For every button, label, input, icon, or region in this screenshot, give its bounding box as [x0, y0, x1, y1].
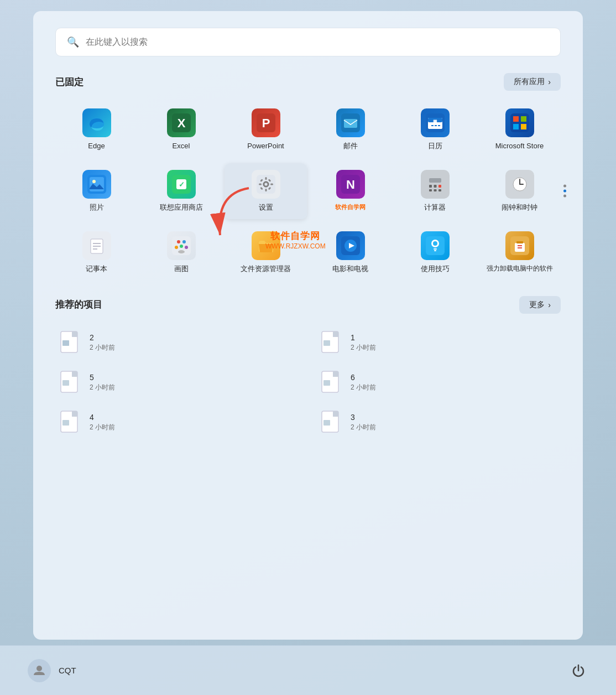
app-uninstall[interactable]: 强力卸载电脑中的软件	[478, 225, 561, 281]
recommended-header: 推荐的项目 更多 ›	[55, 296, 561, 314]
svg-rect-17	[513, 124, 519, 129]
svg-rect-6	[344, 119, 357, 128]
svg-rect-91	[62, 420, 69, 426]
mail-icon	[336, 108, 365, 137]
rec-item-4[interactable]: 4 2 小时前	[55, 404, 300, 441]
excel-label: Excel	[173, 142, 190, 151]
app-excel[interactable]: X Excel	[140, 102, 222, 158]
app-calc[interactable]: 计算器	[394, 163, 476, 219]
onenote-icon: N	[336, 170, 365, 199]
user-avatar	[28, 659, 51, 682]
rec-item-3[interactable]: 3 2 小时前	[316, 404, 561, 441]
pinned-grid: Edge X Excel P PowerPoint 邮件 ▦ 日历	[55, 102, 561, 281]
uninstall-label: 强力卸载电脑中的软件	[487, 264, 553, 273]
svg-rect-77	[72, 331, 77, 337]
svg-text:▦: ▦	[433, 119, 437, 124]
notepad-icon	[82, 231, 111, 260]
svg-rect-42	[438, 185, 441, 188]
lenovo-label: 联想应用商店	[160, 203, 203, 212]
svg-rect-82	[323, 340, 330, 346]
svg-point-96	[36, 666, 42, 671]
lenovo-icon: ✓	[167, 170, 196, 199]
pinned-title: 已固定	[55, 76, 83, 89]
tips-icon	[421, 231, 450, 260]
svg-rect-85	[62, 380, 69, 386]
powerpoint-label: PowerPoint	[247, 142, 284, 151]
uninstall-icon	[505, 231, 534, 260]
rec-item-2[interactable]: 2 2 小时前	[55, 325, 300, 361]
svg-rect-87	[333, 371, 338, 377]
user-name: CQT	[59, 666, 76, 675]
app-settings[interactable]: 设置	[225, 163, 307, 219]
svg-rect-93	[333, 411, 338, 417]
app-movies[interactable]: 电影和电视	[309, 225, 391, 281]
settings-label: 设置	[259, 203, 273, 212]
svg-point-56	[177, 240, 180, 243]
svg-point-68	[433, 241, 437, 246]
search-bar[interactable]: 🔍	[55, 28, 561, 56]
rec-item-1[interactable]: 1 2 小时前	[316, 325, 561, 361]
svg-rect-88	[323, 380, 330, 386]
svg-rect-30	[259, 183, 262, 185]
app-powerpoint[interactable]: P PowerPoint	[225, 102, 307, 158]
rec-info-1: 1 2 小时前	[351, 333, 376, 352]
svg-rect-73	[516, 241, 523, 243]
app-calendar[interactable]: ▦ 日历	[394, 102, 476, 158]
svg-rect-84	[72, 371, 77, 377]
rec-file-icon-3	[321, 410, 343, 435]
svg-rect-29	[265, 189, 267, 191]
notepad-label: 记事本	[86, 264, 107, 274]
app-paint[interactable]: 画图	[140, 225, 222, 281]
svg-rect-28	[265, 177, 267, 180]
rec-file-icon-4	[60, 410, 82, 435]
app-files[interactable]: 文件资源管理器	[225, 225, 307, 281]
pinned-header: 已固定 所有应用 ›	[55, 73, 561, 91]
rec-item-5[interactable]: 5 2 小时前	[55, 365, 300, 401]
movies-label: 电影和电视	[332, 264, 368, 274]
app-edge[interactable]: Edge	[55, 102, 138, 158]
rec-file-icon-6	[321, 370, 343, 396]
more-button[interactable]: 更多 ›	[519, 296, 561, 314]
rec-file-icon-5	[60, 370, 82, 396]
photos-icon	[82, 170, 111, 199]
user-area[interactable]: CQT	[28, 659, 76, 682]
app-store[interactable]: Microsoft Store	[478, 102, 561, 158]
tips-label: 使用技巧	[421, 264, 450, 274]
all-apps-button[interactable]: 所有应用 ›	[504, 73, 561, 91]
excel-icon: X	[167, 108, 196, 137]
search-icon: 🔍	[67, 36, 79, 48]
edge-icon	[82, 108, 111, 137]
svg-rect-44	[434, 189, 436, 191]
svg-point-60	[185, 246, 188, 249]
svg-rect-43	[429, 189, 432, 191]
rec-item-6[interactable]: 6 2 小时前	[316, 365, 561, 401]
svg-rect-20	[90, 177, 104, 191]
calc-label: 计算器	[424, 203, 446, 212]
app-lenovo[interactable]: ✓ 联想应用商店	[140, 163, 222, 219]
rec-info-4: 4 2 小时前	[90, 413, 115, 432]
start-menu: 🔍 已固定 所有应用 › Edge X Excel P PowerP	[33, 11, 583, 640]
svg-rect-15	[513, 116, 519, 122]
onenote-label: 软件自学网	[335, 203, 366, 211]
power-button[interactable]	[568, 661, 588, 681]
clock-label: 闹钟和时钟	[502, 203, 537, 212]
app-mail[interactable]: 邮件	[309, 102, 391, 158]
svg-rect-79	[62, 340, 69, 346]
app-photos[interactable]: 照片	[55, 163, 138, 219]
more-dots	[563, 185, 566, 198]
taskbar: CQT	[0, 645, 616, 695]
store-icon	[505, 108, 534, 137]
app-tips[interactable]: 使用技巧	[394, 225, 476, 281]
calendar-label: 日历	[428, 142, 442, 151]
app-notepad[interactable]: 记事本	[55, 225, 138, 281]
app-onenote[interactable]: N 软件自学网	[309, 163, 391, 219]
paint-icon	[167, 231, 196, 260]
calendar-icon: ▦	[421, 108, 450, 137]
rec-file-icon-2	[60, 330, 82, 356]
app-clock[interactable]: 闹钟和时钟	[478, 163, 561, 219]
svg-point-21	[92, 180, 96, 183]
svg-rect-39	[429, 178, 441, 183]
svg-text:X: X	[177, 116, 185, 130]
search-input[interactable]	[86, 37, 549, 47]
svg-rect-31	[270, 183, 273, 185]
